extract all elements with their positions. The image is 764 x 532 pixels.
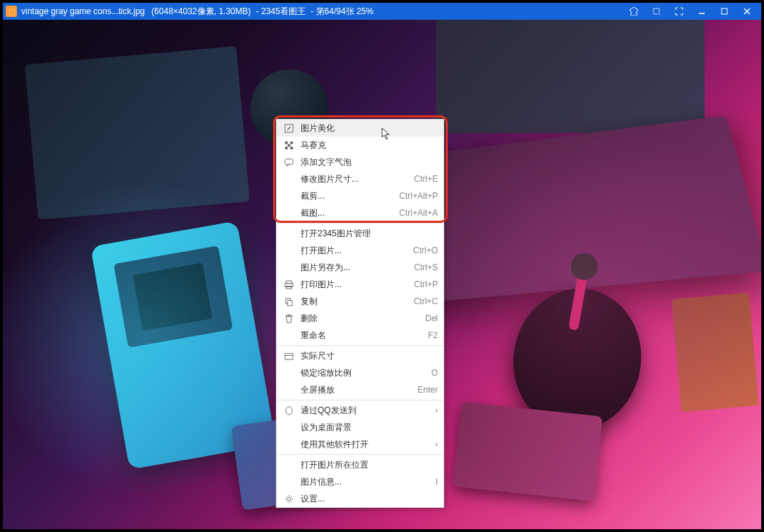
menu-item-shortcut: Ctrl+E	[414, 174, 438, 184]
menu-item[interactable]: 打开图片所在位置	[277, 456, 444, 473]
menu-item-shortcut: Ctrl+S	[414, 262, 438, 272]
menu-separator	[277, 454, 444, 455]
svg-rect-14	[287, 300, 292, 305]
menu-item-shortcut: Enter	[417, 385, 438, 395]
titlebar: ⬚ vintage gray game cons...tick.jpg (604…	[3, 3, 761, 20]
menu-item-label: 截图...	[301, 207, 392, 219]
menu-item[interactable]: 图片另存为...Ctrl+S	[277, 259, 444, 276]
menu-item[interactable]: 打开2345图片管理	[277, 225, 444, 242]
blank-icon	[282, 190, 295, 202]
menu-item[interactable]: 打开图片...Ctrl+O	[277, 242, 444, 259]
blank-icon	[282, 329, 295, 342]
blank-icon	[282, 227, 295, 240]
menu-item[interactable]: 锁定缩放比例O	[277, 364, 444, 381]
blank-icon	[282, 261, 295, 274]
svg-rect-6	[287, 144, 290, 146]
edit-icon	[282, 122, 295, 134]
gear-icon	[282, 492, 295, 505]
menu-item[interactable]: 通过QQ发送到›	[277, 402, 444, 419]
chevron-right-icon: ›	[435, 439, 438, 449]
menu-item-label: 锁定缩放比例	[301, 367, 424, 379]
menu-item[interactable]: 使用其他软件打开›	[277, 436, 444, 453]
menu-item[interactable]: 截剪...Ctrl+Alt+P	[277, 187, 444, 204]
app-name-label: - 2345看图王	[254, 6, 306, 18]
menu-item-label: 图片另存为...	[301, 262, 407, 274]
menu-item[interactable]: 马赛克	[277, 137, 444, 154]
menu-item-label: 实际尺寸	[301, 350, 438, 362]
close-button[interactable]	[736, 4, 758, 19]
menu-item-label: 重命名	[301, 330, 421, 342]
menu-item[interactable]: 图片美化	[277, 120, 444, 137]
menu-item-label: 使用其他软件打开	[301, 439, 428, 451]
blank-icon	[282, 173, 295, 185]
maximize-button[interactable]	[713, 4, 736, 19]
menu-item-label: 设为桌面背景	[301, 422, 438, 434]
menu-item[interactable]: 截图...Ctrl+Alt+A	[277, 204, 444, 221]
menu-item[interactable]: 添加文字气泡	[277, 154, 444, 170]
menu-item-label: 修改图片尺寸...	[301, 173, 407, 185]
menu-item[interactable]: 全屏播放Enter	[277, 381, 444, 398]
menu-item[interactable]: 打印图片...Ctrl+P	[277, 276, 444, 293]
menu-item-label: 图片信息...	[301, 476, 429, 488]
blank-icon	[282, 383, 295, 396]
dimensions-label: (6048×4032像素, 1.30MB)	[149, 6, 251, 18]
svg-rect-2	[722, 8, 727, 14]
filename-label: vintage gray game cons...tick.jpg	[21, 6, 145, 16]
menu-item-label: 添加文字气泡	[301, 156, 438, 168]
svg-rect-5	[290, 141, 293, 144]
blank-icon	[282, 244, 295, 257]
menu-item[interactable]: 图片信息...I	[277, 473, 444, 490]
menu-item[interactable]: 设为桌面背景	[277, 419, 444, 436]
minimize-button[interactable]	[690, 4, 713, 19]
menu-item-label: 截剪...	[301, 190, 392, 202]
menu-item-label: 删除	[301, 313, 418, 325]
blank-icon	[282, 421, 295, 434]
fullscreen-button[interactable]	[668, 4, 690, 19]
skin-button[interactable]	[623, 4, 645, 19]
mosaic-icon	[282, 139, 295, 151]
menu-separator	[277, 345, 444, 346]
bubble-icon	[282, 156, 295, 168]
chevron-right-icon: ›	[435, 405, 438, 415]
app-icon: ⬚	[6, 6, 17, 17]
page-info-label: - 第64/94张 25%	[308, 6, 374, 18]
menu-item-label: 通过QQ发送到	[301, 405, 428, 417]
blank-icon	[282, 475, 295, 488]
svg-rect-0	[654, 8, 659, 14]
menu-item-label: 复制	[301, 296, 407, 308]
menu-item-shortcut: F2	[428, 330, 438, 340]
delete-icon	[282, 312, 295, 325]
svg-rect-15	[284, 353, 292, 359]
menu-item-label: 打开2345图片管理	[301, 228, 438, 240]
menu-item-label: 设置...	[301, 493, 438, 505]
menu-item[interactable]: 重命名F2	[277, 327, 444, 344]
menu-item-shortcut: I	[436, 477, 438, 487]
context-menu: 图片美化马赛克添加文字气泡修改图片尺寸...Ctrl+E截剪...Ctrl+Al…	[276, 119, 444, 508]
svg-rect-10	[286, 280, 291, 283]
image-viewport[interactable]: 图片美化马赛克添加文字气泡修改图片尺寸...Ctrl+E截剪...Ctrl+Al…	[3, 20, 761, 529]
menu-item[interactable]: 删除Del	[277, 310, 444, 327]
menu-item-label: 全屏播放	[301, 384, 410, 396]
menu-item-shortcut: Ctrl+O	[413, 245, 438, 255]
app-window: ⬚ vintage gray game cons...tick.jpg (604…	[3, 3, 761, 529]
menu-item-label: 打开图片所在位置	[301, 459, 438, 471]
menu-item[interactable]: 实际尺寸	[277, 347, 444, 364]
blank-icon	[282, 207, 295, 219]
svg-point-17	[285, 406, 291, 414]
menu-item-label: 打开图片...	[301, 245, 406, 257]
svg-rect-9	[284, 158, 292, 163]
menu-item-shortcut: O	[432, 368, 438, 378]
menu-item[interactable]: 修改图片尺寸...Ctrl+E	[277, 170, 444, 187]
menu-item[interactable]: 复制Ctrl+C	[277, 293, 444, 310]
menu-item-shortcut: Ctrl+C	[414, 296, 438, 306]
menu-item[interactable]: 设置...	[277, 490, 444, 507]
menu-item-label: 图片美化	[301, 122, 438, 134]
copy-icon	[282, 295, 295, 308]
pin-button[interactable]	[645, 4, 668, 19]
print-icon	[282, 278, 295, 291]
svg-rect-8	[290, 146, 293, 149]
svg-rect-4	[284, 141, 287, 144]
blank-icon	[282, 366, 295, 379]
menu-item-shortcut: Ctrl+P	[414, 279, 438, 289]
size-icon	[282, 349, 295, 362]
